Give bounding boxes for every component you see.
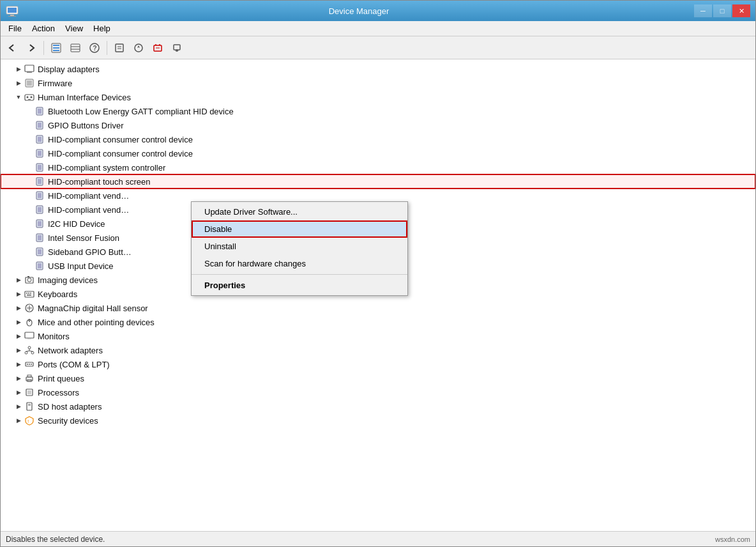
svg-rect-62 — [27, 295, 31, 296]
svg-line-76 — [29, 351, 33, 351]
uninstall-menu-item[interactable]: Uninstall — [192, 238, 407, 255]
print-icon — [24, 373, 35, 384]
hid-vendor-2-icon — [34, 204, 45, 215]
bluetooth-hid-label: Bluetooth Low Energy GATT compliant HID … — [48, 107, 234, 116]
mice-label: Mice and other pointing devices — [38, 318, 155, 327]
i2c-hid-label: I2C HID Device — [48, 219, 105, 229]
expand-icon: ▶ — [13, 64, 24, 74]
tree-item-mice[interactable]: ▶ Mice and other pointing devices — [1, 315, 755, 329]
i2c-hid-icon — [34, 218, 45, 229]
hid-consumer-2-label: HID-compliant consumer control device — [48, 149, 193, 158]
expand-icon-security: ▶ — [13, 415, 24, 426]
status-text: Disables the selected device. — [6, 535, 105, 544]
tree-item-ports[interactable]: ▶ Ports (COM & LPT) — [1, 357, 755, 371]
back-button[interactable] — [3, 39, 21, 57]
svg-rect-87 — [28, 404, 31, 406]
tree-item-hid-touchscreen[interactable]: ▶ HID-compliant touch screen — [1, 174, 755, 189]
svg-rect-38 — [38, 151, 42, 156]
svg-rect-61 — [30, 293, 31, 294]
tree-item-hid-system[interactable]: ▶ HID-compliant system controller — [1, 160, 755, 174]
update-button[interactable] — [168, 39, 186, 57]
svg-rect-34 — [38, 123, 42, 128]
uninstall-button[interactable] — [149, 39, 167, 57]
hid-label: Human Interface Devices — [38, 93, 131, 102]
status-bar: Disables the selected device. wsxdn.com — [1, 531, 755, 546]
tree-item-gpio-buttons[interactable]: ▶ GPIO Buttons Driver — [1, 118, 755, 132]
view-menu[interactable]: View — [60, 21, 88, 36]
svg-rect-21 — [174, 45, 180, 50]
gpio-label: GPIO Buttons Driver — [48, 121, 123, 130]
svg-rect-85 — [27, 390, 31, 394]
expand-icon-imaging: ▶ — [13, 275, 24, 285]
tree-item-hid-consumer-2[interactable]: ▶ HID-compliant consumer control device — [1, 146, 755, 160]
tree-item-security[interactable]: ▶ ! Security devices — [1, 413, 755, 428]
svg-rect-50 — [38, 235, 42, 240]
properties-button[interactable] — [110, 39, 128, 57]
tree-item-hid-vendor-1[interactable]: ▶ HID-compliant vend… — [1, 189, 755, 203]
window-title: Device Manager — [24, 6, 694, 16]
minimize-button[interactable]: ─ — [694, 4, 712, 17]
app-icon — [6, 4, 19, 17]
svg-point-16 — [135, 44, 142, 52]
watermark: wsxdn.com — [715, 535, 750, 543]
ctx-separator — [192, 274, 407, 275]
tree-item-magnachip[interactable]: ▶ MagnaChip digital Hall sensor — [1, 301, 755, 315]
svg-rect-6 — [53, 47, 59, 49]
forward-button[interactable] — [22, 39, 40, 57]
svg-rect-40 — [38, 165, 42, 170]
sd-label: SD host adapters — [38, 402, 102, 412]
hid-vendor-1-icon — [34, 190, 45, 201]
tree-item-display-adapters[interactable]: ▶ Display adapters — [1, 62, 755, 76]
tree-item-network[interactable]: ▶ Network adapters — [1, 343, 755, 357]
intel-sensor-icon — [34, 232, 45, 243]
svg-rect-1 — [8, 8, 17, 13]
tree-item-hid-consumer-1[interactable]: ▶ HID-compliant consumer control device — [1, 132, 755, 146]
device-tree[interactable]: ▶ Display adapters ▶ Firmware ▼ — [1, 59, 755, 531]
bluetooth-hid-icon — [34, 105, 45, 117]
help-menu[interactable]: Help — [88, 21, 116, 36]
processors-label: Processors — [38, 388, 79, 397]
file-menu[interactable]: File — [3, 21, 27, 36]
hid-touch-icon — [34, 176, 45, 187]
hid-touchscreen-label: HID-compliant touch screen — [48, 177, 150, 187]
maximize-button[interactable]: □ — [713, 4, 731, 17]
svg-rect-57 — [27, 276, 29, 277]
close-button[interactable]: ✕ — [732, 4, 750, 17]
tree-item-sd[interactable]: ▶ SD host adapters — [1, 399, 755, 413]
list-view-button[interactable] — [66, 39, 84, 57]
tree-item-processors[interactable]: ▶ Processors — [1, 385, 755, 399]
expand-icon-sd: ▶ — [13, 401, 24, 412]
tree-view-button[interactable] — [47, 39, 65, 57]
expand-icon-print: ▶ — [13, 373, 24, 383]
svg-point-79 — [29, 364, 30, 365]
scan-button[interactable] — [130, 39, 147, 57]
imaging-icon — [24, 274, 35, 286]
menu-bar: File Action View Help — [1, 21, 755, 36]
svg-point-71 — [28, 346, 31, 349]
tree-item-firmware[interactable]: ▶ Firmware — [1, 76, 755, 90]
display-adapters-icon — [24, 63, 35, 75]
print-label: Print queues — [38, 374, 84, 383]
firmware-icon — [24, 77, 35, 89]
imaging-label: Imaging devices — [38, 275, 98, 285]
tree-item-hid[interactable]: ▼ Human Interface Devices — [1, 90, 755, 104]
tree-item-monitors[interactable]: ▶ Monitors — [1, 329, 755, 343]
help-button[interactable]: ? — [86, 39, 103, 57]
action-menu[interactable]: Action — [27, 21, 60, 36]
update-driver-item[interactable]: Update Driver Software... — [192, 203, 407, 220]
network-icon — [24, 344, 35, 356]
device-manager-window: Device Manager ─ □ ✕ File Action View He… — [0, 0, 756, 547]
svg-text:!: ! — [27, 419, 29, 424]
ports-icon — [24, 358, 35, 370]
hid-consumer-1-icon — [34, 134, 45, 145]
scan-hardware-item[interactable]: Scan for hardware changes — [192, 255, 407, 272]
properties-menu-item[interactable]: Properties — [192, 277, 407, 294]
tree-item-print[interactable]: ▶ Print queues — [1, 371, 755, 385]
disable-menu-item[interactable]: Disable — [192, 220, 407, 238]
toolbar: ? — [1, 36, 755, 59]
title-bar: Device Manager ─ □ ✕ — [1, 1, 755, 21]
main-content: ▶ Display adapters ▶ Firmware ▼ — [1, 59, 755, 531]
hid-icon — [24, 91, 35, 103]
svg-point-29 — [31, 96, 33, 98]
tree-item-bluetooth-hid[interactable]: ▶ Bluetooth Low Energy GATT compliant HI… — [1, 104, 755, 118]
